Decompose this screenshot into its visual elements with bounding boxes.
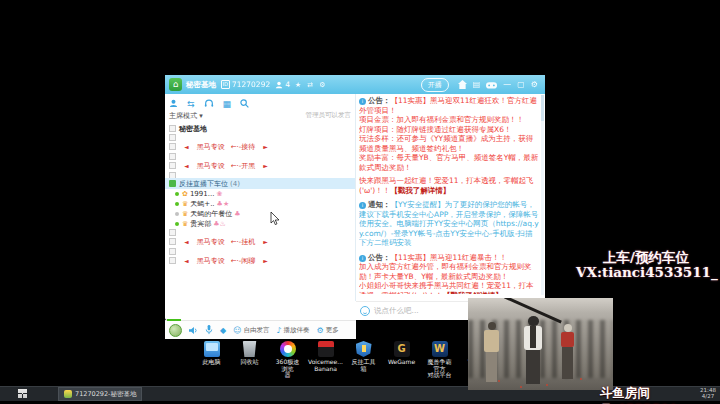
desktop-icon-label: 魔兽争霸官方 对战平台: [426, 359, 453, 379]
headset-icon[interactable]: [204, 99, 214, 108]
tree-member[interactable]: ♛天蝎+..♣★: [165, 199, 355, 209]
taskbar-task-yy[interactable]: 71270292-秘密基地: [58, 387, 142, 401]
voice-toolbar-item[interactable]: ♪播放伴奏: [277, 326, 310, 335]
online-count: 4: [285, 80, 290, 89]
maximize-button[interactable]: ▢: [517, 80, 525, 89]
emoji-icon[interactable]: [360, 306, 370, 316]
chat-panel: i公告：【11实惠】黑马迎双11红遍狂欢！官方红遍外管项目！项目金票：加入即有福…: [356, 94, 545, 301]
settings-gear-icon[interactable]: ⚙: [319, 81, 325, 89]
details-link[interactable]: 【戳我了解详情】: [443, 291, 503, 295]
desktop-icon-g-pc[interactable]: 此电脑: [198, 341, 225, 379]
g-pc-icon: [204, 341, 220, 357]
desktop-icon-g-bin[interactable]: 回收站: [236, 341, 263, 379]
member-list-icon[interactable]: [169, 99, 178, 108]
titlebar[interactable]: ⌂ 秘密基地 ID 71270292 4 ★ ⇄ ⚙ 开播 ▤ — ▢ ⚙: [165, 75, 545, 94]
expander-icon[interactable]: [169, 125, 176, 132]
chat-scrollbar-thumb[interactable]: [541, 95, 544, 121]
tree-root-channel[interactable]: 秘密基地: [165, 123, 355, 134]
channel-tree-panel: ⇆ ▦ 主席模式 ▾ 管理员可以发言 秘密基地◄黑马专设←·-接待►◄黑马专设←…: [165, 94, 356, 301]
speaker-icon[interactable]: [189, 326, 198, 335]
g-war3-icon: W: [432, 341, 448, 357]
tree-subchannel[interactable]: ◄黑马专设←·-接待►: [165, 140, 355, 153]
yy-client-window: ⌂ 秘密基地 ID 71270292 4 ★ ⇄ ⚙ 开播 ▤ — ▢ ⚙: [165, 75, 545, 320]
info-icon: i: [359, 255, 366, 262]
tree-subchannel[interactable]: ◄黑马专设←·-挂机►: [165, 235, 355, 248]
desktop-icon-g-war3[interactable]: W魔兽争霸官方 对战平台: [426, 341, 453, 379]
id-card-icon: ID: [221, 80, 230, 89]
info-icon: i: [359, 202, 366, 209]
desktop-icon-label: Voicemee... Banana: [308, 359, 343, 372]
desktop-icon-label: 反挂工具箱: [350, 359, 377, 372]
channel-tree[interactable]: 秘密基地◄黑马专设←·-接待►◄黑马专设←·-开黑►反挂直播下车位(4)✿199…: [165, 123, 355, 293]
g-bin-icon: [242, 341, 258, 357]
search-icon[interactable]: [240, 99, 249, 108]
desktop-icon-g-vm[interactable]: Voicemee... Banana: [312, 341, 339, 379]
tree-selected-room[interactable]: 反挂直播下车位(4): [165, 178, 355, 189]
share-icon[interactable]: ⇄: [307, 81, 313, 89]
tree-subchannel[interactable]: ◄黑马专设←·-闲聊►: [165, 254, 355, 267]
channel-title: 秘密基地: [186, 80, 216, 90]
mode-dropdown[interactable]: 主席模式 ▾: [169, 111, 203, 121]
g-vm-icon: [318, 341, 334, 357]
tree-subchannel[interactable]: ◄黑马专设←·-开黑►: [165, 159, 355, 172]
panel-layout-icon[interactable]: ▤: [473, 80, 481, 89]
douyu-room-id-text: 斗鱼房间号:4533511: [600, 385, 720, 404]
g-360-icon: [280, 341, 296, 357]
yy-task-icon: [64, 390, 72, 398]
announcement-message: i公告：【11实惠】黑马迎11红遍暴击！！加入成为官方红遍外管，即有福利金票和官…: [359, 253, 539, 295]
desktop-icon-g-360[interactable]: 360极速浏览 器: [274, 341, 301, 379]
mouse-cursor: [270, 212, 280, 226]
member-icon: [275, 81, 283, 89]
desktop-icon-label: WeGame: [388, 359, 415, 366]
menu-gear-icon[interactable]: ⚙: [531, 80, 538, 89]
grid-icon[interactable]: ▦: [223, 99, 232, 109]
g-shield-icon: [356, 341, 372, 357]
notice-message: i通知：【YY安全提醒】为了更好的保护您的帐号，建议下载手机安全中心APP，开启…: [359, 200, 539, 248]
microphone-icon[interactable]: [205, 325, 213, 335]
gift-icon[interactable]: ◆: [220, 326, 226, 335]
yy-channel-logo-icon: ⌂: [169, 78, 182, 91]
desktop-icon-label: 回收站: [241, 359, 259, 366]
chat-scrollbar[interactable]: [541, 95, 544, 295]
voice-toolbar: ◆ ☺自由发言♪播放伴奏⚙更多: [165, 320, 356, 339]
pubg-artwork-overlay: [468, 298, 613, 390]
stream-frame: ⌂ 秘密基地 ID 71270292 4 ★ ⇄ ⚙ 开播 ▤ — ▢ ⚙: [0, 0, 720, 404]
room-icon: [169, 180, 176, 187]
start-broadcast-button[interactable]: 开播: [421, 78, 449, 92]
desktop-icon-label: 此电脑: [203, 359, 221, 366]
my-avatar[interactable]: [169, 324, 182, 337]
promo-overlay-text: 上车/预约车位 VX:tianci4533511_: [576, 250, 716, 280]
tree-member[interactable]: ♛贵宾部♣♨: [165, 219, 355, 229]
desktop-icon-g-wegame[interactable]: GWeGame: [388, 341, 415, 379]
gamepad-icon[interactable]: [486, 81, 497, 89]
desktop-icon-label: 360极速浏览 器: [274, 359, 301, 379]
desktop-icon-g-shield[interactable]: 反挂工具箱: [350, 341, 377, 379]
favorite-star-icon[interactable]: ★: [295, 81, 301, 89]
channel-id: ID 71270292: [221, 80, 270, 89]
left-toolbar: ⇆ ▦: [169, 97, 349, 110]
swap-icon[interactable]: ⇆: [187, 99, 195, 109]
chat-message-list[interactable]: i公告：【11实惠】黑马迎双11红遍狂欢！官方红遍外管项目！项目金票：加入即有福…: [359, 96, 539, 294]
info-icon: i: [359, 98, 366, 105]
home-icon[interactable]: [458, 80, 467, 89]
tree-member[interactable]: ♛天蝎的午餐位♣: [165, 209, 355, 219]
voice-toolbar-item[interactable]: ☺自由发言: [233, 326, 269, 335]
chat-input[interactable]: 说点什么吧...: [374, 306, 419, 316]
speaking-indicator: [167, 319, 181, 321]
minimize-button[interactable]: —: [503, 80, 511, 89]
g-wegame-icon: G: [394, 341, 410, 357]
admin-speak-hint: 管理员可以发言: [306, 111, 352, 121]
tree-member[interactable]: ✿1991...❀: [165, 189, 355, 199]
voice-toolbar-item[interactable]: ⚙更多: [317, 326, 339, 335]
announcement-message: i公告：【11实惠】黑马迎双11红遍狂欢！官方红遍外管项目！项目金票：加入即有福…: [359, 96, 539, 195]
details-link[interactable]: 【戳我了解详情】: [390, 186, 450, 195]
